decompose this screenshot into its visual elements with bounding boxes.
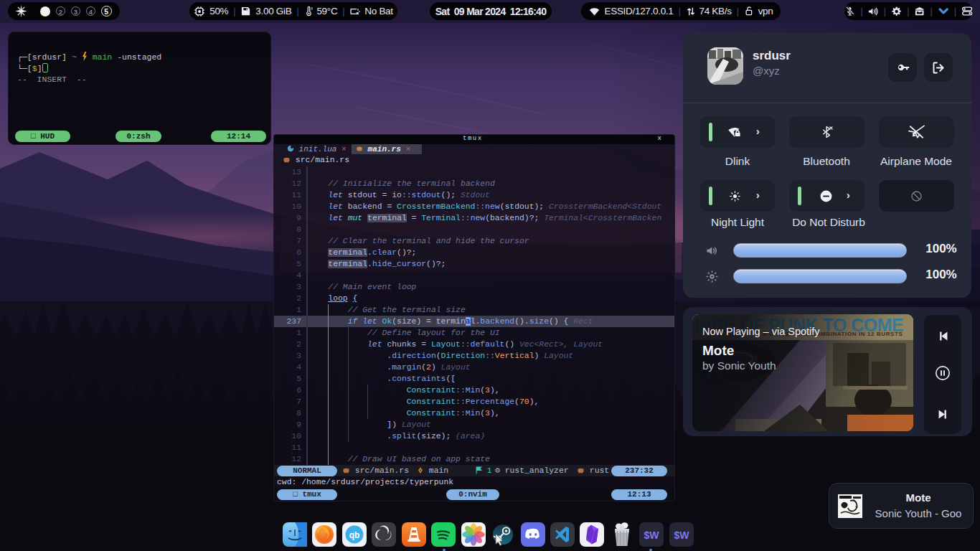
svg-text:$W: $W — [674, 529, 690, 541]
svg-text:qb: qb — [349, 530, 360, 540]
svg-text:$W: $W — [644, 529, 660, 541]
